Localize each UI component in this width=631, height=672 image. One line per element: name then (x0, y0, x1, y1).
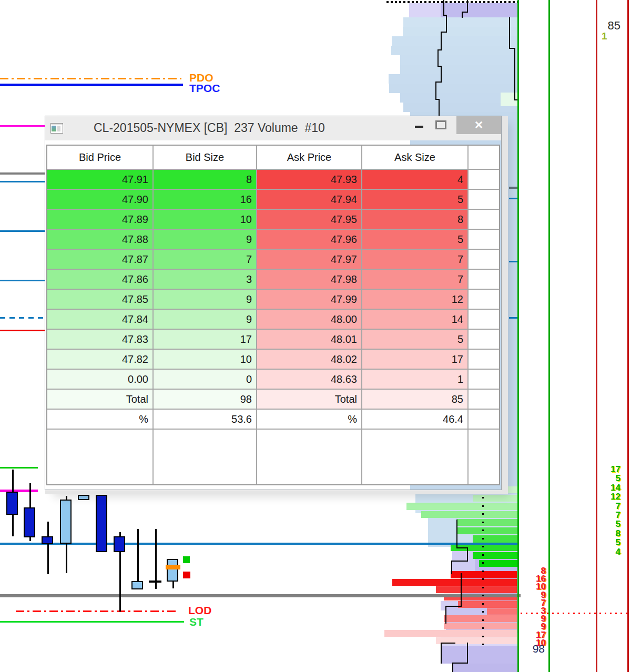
profile-dot (482, 587, 484, 588)
empty-cell (469, 350, 499, 370)
profile-dot (482, 595, 484, 596)
bid-size-cell[interactable]: 9 (154, 310, 257, 330)
ask-price-cell[interactable]: 47.98 (257, 270, 362, 290)
ask-price-cell[interactable]: 48.02 (257, 350, 362, 370)
profile-outline-segment (462, 12, 463, 18)
ask-size-cell[interactable]: 46.4 (362, 410, 469, 430)
empty-cell (469, 230, 499, 250)
ask-volume-bar (457, 519, 518, 526)
bid-price-cell[interactable]: 47.88 (47, 230, 154, 250)
bid-price-cell[interactable]: % (47, 410, 154, 430)
bid-size-cell[interactable]: 10 (154, 350, 257, 370)
ask-price-cell[interactable]: 47.95 (257, 210, 362, 230)
bid-price-cell[interactable]: 47.84 (47, 310, 154, 330)
profile-outline-segment (446, 15, 447, 33)
bid-size-cell[interactable]: 0 (154, 370, 257, 390)
empty-cell (469, 170, 499, 190)
ask-price-cell[interactable]: 47.97 (257, 250, 362, 270)
bid-price-cell[interactable]: 47.89 (47, 210, 154, 230)
bid-volume-bar (444, 615, 517, 622)
ask-volume-bar (406, 503, 518, 510)
chart-horizontal-line (0, 317, 45, 319)
dom-depth-window: CL-201505-NYMEX [CB] 237 Volume #10 ✕ Bi… (45, 116, 502, 490)
bid-size-cell[interactable]: 9 (154, 230, 257, 250)
close-button[interactable]: ✕ (456, 116, 501, 134)
bid-price-cell[interactable]: 47.91 (47, 170, 154, 190)
bid-size-cell[interactable]: 53.6 (154, 410, 257, 430)
ask-size-cell[interactable]: 14 (362, 310, 469, 330)
bid-volume-bar (436, 586, 517, 593)
bid-price-cell[interactable]: 47.90 (47, 190, 154, 210)
ask-volume-bar (457, 527, 518, 534)
bid-size-cell[interactable]: 9 (154, 290, 257, 310)
ask-size-value: 5 (598, 537, 620, 548)
bid-price-cell[interactable]: 47.86 (47, 270, 154, 290)
ask-size-cell[interactable]: 17 (362, 350, 469, 370)
ask-volume-bar (473, 495, 518, 502)
ask-top-value: 1 (602, 30, 610, 42)
ask-size-cell[interactable]: 1 (362, 370, 469, 390)
ask-size-cell[interactable]: 5 (362, 330, 469, 350)
bid-price-cell[interactable]: 47.85 (47, 290, 154, 310)
empty-cell (469, 330, 499, 350)
empty-cell (154, 430, 257, 484)
bid-total-value: 98 (524, 643, 545, 655)
bid-price-cell[interactable]: 0.00 (47, 370, 154, 390)
bid-price-cell[interactable]: 47.83 (47, 330, 154, 350)
ask-size-cell[interactable]: 12 (362, 290, 469, 310)
minimize-icon[interactable] (415, 126, 423, 128)
chart-horizontal-line (16, 610, 176, 612)
ask-size-cell[interactable]: 5 (362, 230, 469, 250)
empty-cell (469, 370, 499, 390)
bid-price-cell[interactable]: Total (47, 390, 154, 410)
ask-price-cell[interactable]: 47.96 (257, 230, 362, 250)
ask-price-cell[interactable]: 48.01 (257, 330, 362, 350)
ask-size-cell[interactable]: 4 (362, 170, 469, 190)
bid-size-cell[interactable]: 98 (154, 390, 257, 410)
profile-outline-segment (441, 32, 442, 50)
ask-price-cell[interactable]: 47.94 (257, 190, 362, 210)
ask-price-cell[interactable]: 47.99 (257, 290, 362, 310)
empty-cell (469, 430, 499, 484)
volume-profile-block (389, 74, 518, 84)
bid-size-cell[interactable]: 7 (154, 250, 257, 270)
column-header-ask-size: Ask Size (362, 146, 469, 170)
volume-profile-block (400, 55, 518, 65)
ask-price-cell[interactable]: Total (257, 390, 362, 410)
ask-price-cell[interactable]: 47.93 (257, 170, 362, 190)
bid-size-cell[interactable]: 10 (154, 210, 257, 230)
ask-price-cell[interactable]: 48.63 (257, 370, 362, 390)
chart-horizontal-line (0, 181, 45, 182)
profile-outline-segment (435, 82, 436, 100)
chart-horizontal-line (0, 594, 521, 597)
ask-size-value: 5 (598, 473, 620, 484)
chart-vertical-line (627, 0, 629, 672)
bid-price-cell[interactable]: 47.87 (47, 250, 154, 270)
ask-size-cell[interactable]: 5 (362, 190, 469, 210)
bid-size-cell[interactable]: 8 (154, 170, 257, 190)
price-scale[interactable]: 48.6748.6448.6048.5648.5748.5248.5048.48… (550, 0, 595, 672)
volume-profile-block (392, 36, 518, 46)
chart-horizontal-line (0, 621, 184, 623)
ask-price-cell[interactable]: 48.00 (257, 310, 362, 330)
bid-size-cell[interactable]: 3 (154, 270, 257, 290)
ask-size-cell[interactable]: 7 (362, 270, 469, 290)
profile-outline-segment (441, 66, 442, 83)
ask-price-cell[interactable]: % (257, 410, 362, 430)
candle-body (114, 536, 125, 552)
candle-body (78, 495, 89, 500)
empty-cell (469, 410, 499, 430)
ask-size-cell[interactable]: 85 (362, 390, 469, 410)
column-header-bid-price: Bid Price (47, 146, 154, 170)
volume-profile-block (403, 17, 518, 27)
maximize-icon[interactable] (435, 120, 446, 129)
bid-size-cell[interactable]: 17 (154, 330, 257, 350)
candle-doji-body (149, 581, 161, 583)
bid-size-cell[interactable]: 16 (154, 190, 257, 210)
chart-horizontal-line (0, 490, 38, 492)
ask-size-cell[interactable]: 8 (362, 210, 469, 230)
profile-outline-segment (439, 99, 440, 117)
bid-price-cell[interactable]: 47.82 (47, 350, 154, 370)
ask-size-cell[interactable]: 7 (362, 250, 469, 270)
window-titlebar[interactable]: CL-201505-NYMEX [CB] 237 Volume #10 ✕ (45, 116, 501, 140)
